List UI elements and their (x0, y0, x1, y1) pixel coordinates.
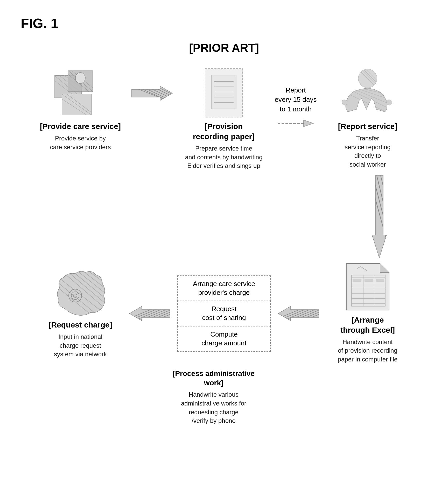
node-arrange-excel: [Arrange through Excel] Handwrite conten… (324, 264, 412, 364)
report-service-image (342, 70, 394, 117)
process-admin-area: [Process administrative work] Handwrite … (0, 369, 427, 425)
bottom-row: [Request charge] Input in national charg… (21, 264, 427, 364)
arrow-from-excel (278, 306, 319, 321)
request-charge-title: [Request charge] (48, 320, 112, 330)
node-provision-recording: [Provision recording paper] Prepare serv… (180, 70, 268, 170)
report-interval-section: Report every 15 days to 1 month (275, 70, 317, 130)
svg-point-64 (73, 294, 77, 297)
provide-care-title: [Provide care service] (40, 121, 121, 131)
arrange-excel-image (342, 264, 394, 310)
svg-marker-32 (304, 120, 313, 127)
process-admin-title: [Process administrative work] (164, 369, 263, 388)
svg-rect-96 (376, 279, 384, 282)
provision-recording-title: [Provision recording paper] (193, 121, 255, 141)
svg-marker-74 (278, 306, 319, 321)
box-request-sharing: Request cost of sharing (177, 301, 271, 326)
prior-art-title: [PRIOR ART] (21, 41, 427, 54)
vertical-arrow-area (21, 175, 427, 258)
svg-marker-84 (380, 264, 389, 273)
diagram: [Provide care service] Provide service b… (21, 70, 427, 425)
top-row: [Provide care service] Provide service b… (21, 70, 427, 170)
request-charge-image (54, 268, 106, 315)
middle-boxes: Arrange care service provider's charge R… (175, 275, 273, 352)
care-service-image (54, 70, 106, 117)
provision-recording-image (198, 70, 250, 117)
arrange-excel-desc: Handwrite content of provision recording… (338, 338, 398, 364)
arrange-excel-title: [Arrange through Excel] (340, 315, 395, 335)
provision-recording-desc: Prepare service time and contents by han… (185, 144, 263, 170)
svg-marker-65 (129, 306, 170, 321)
process-admin-desc: Handwrite various administrative works f… (164, 390, 263, 425)
request-charge-desc: Input in national charge request system … (54, 332, 107, 359)
arrow-to-request-charge (129, 306, 170, 321)
node-report-service: [Report service] Transfer service report… (324, 70, 412, 169)
report-interval-text: Report every 15 days to 1 month (275, 86, 317, 114)
fig-label: FIG. 1 (21, 16, 427, 31)
page: FIG. 1 [PRIOR ART] (0, 0, 448, 491)
provide-care-desc: Provide service by care service provider… (50, 134, 111, 151)
svg-rect-95 (365, 279, 373, 282)
node-request-charge: [Request charge] Input in national charg… (36, 268, 124, 359)
svg-marker-46 (372, 175, 387, 258)
arrow-1 (131, 70, 173, 101)
box-arrange-charge: Arrange care service provider's charge (177, 275, 271, 301)
report-service-title: [Report service] (338, 121, 397, 131)
box-compute-charge: Compute charge amount (177, 326, 271, 352)
svg-point-10 (75, 73, 85, 83)
report-service-desc: Transfer service reporting directly to s… (345, 134, 390, 169)
node-provide-care: [Provide care service] Provide service b… (36, 70, 124, 151)
svg-rect-94 (353, 279, 361, 282)
